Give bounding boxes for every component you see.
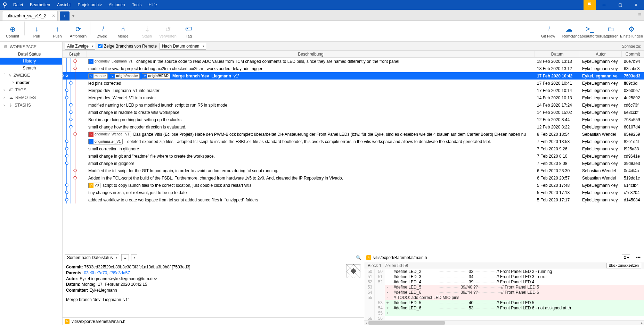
diff-line[interactable]: 55- // TODO: add correct LED MIO pins <box>364 295 644 300</box>
pull-button[interactable]: ↓Pull <box>26 22 47 41</box>
branch-icon: ⑂ <box>89 74 93 78</box>
discard-button[interactable]: ↺Verwerfen <box>157 22 178 41</box>
diff-line[interactable]: 53+ #define LED_5 ······················… <box>364 300 644 306</box>
col-commit[interactable]: Commit <box>622 51 644 57</box>
hamburger-icon[interactable]: ≡ <box>638 12 641 18</box>
commit-row[interactable]: modified the vivado project to debug axi… <box>63 65 644 72</box>
commit-row[interactable]: ⑂master⑂origin/master⑂origin/HEADMerge b… <box>63 72 644 80</box>
diff-line[interactable]: 54- #define LED_6 ···················39/… <box>364 290 644 295</box>
parent-link-1[interactable]: 03e0be7a70 <box>84 270 107 275</box>
gitflow-button[interactable]: ⑂Git Flow <box>538 22 559 41</box>
terminal-button[interactable]: >_Eingabeaufforderung <box>579 22 600 41</box>
search-icon[interactable]: 🔍 <box>356 255 361 260</box>
branch-filter-combo[interactable]: Alle Zweige <box>65 43 95 50</box>
menu-hilfe[interactable]: Hilfe <box>145 0 161 10</box>
commit-row[interactable]: Merged dev_Liegmann_v1 into master17 Feb… <box>63 87 644 94</box>
view-mode-button[interactable]: ≡ <box>121 254 129 261</box>
col-author[interactable]: Autor <box>580 51 622 57</box>
sidebar-workspace-header[interactable]: 🖥WORKSPACE <box>0 43 62 51</box>
menu-bearbeiten[interactable]: Bearbeiten <box>26 0 54 10</box>
commit-grid[interactable]: ⑂origin/dev_Liegmann_v1changes in the so… <box>63 58 644 253</box>
fetch-button[interactable]: ⟳Anfordern <box>68 22 89 41</box>
commit-row[interactable]: small change in readme to create vitis w… <box>63 109 644 116</box>
scroll-left-arrow[interactable]: ◂ <box>364 320 368 325</box>
commit-row[interactable]: 🏷V0script to copy launch files to the co… <box>63 182 644 189</box>
scroll-thumb[interactable] <box>368 321 445 325</box>
commit-row[interactable]: led pins corrected17 Feb 2020 10:41EykeL… <box>63 80 644 87</box>
tab-close-icon[interactable]: ✕ <box>52 14 55 18</box>
sidebar-remotes-header[interactable]: ›☁REMOTES <box>0 94 62 101</box>
diff-horizontal-scrollbar[interactable]: ◂ ▸ <box>364 320 644 325</box>
flag-button[interactable] <box>584 0 596 10</box>
diff-line[interactable]: 54+ #define LED_6 ······················… <box>364 306 644 311</box>
menu-aktionen[interactable]: Aktionen <box>105 0 129 10</box>
commit-row[interactable]: tiny changes in xsa, not relevant, just … <box>63 189 644 196</box>
close-button[interactable]: ✕ <box>628 0 644 10</box>
ref-badge[interactable]: ⑂origin/master_V1 <box>88 139 123 144</box>
menu-datei[interactable]: Datei <box>10 0 26 10</box>
stash-button[interactable]: ⇣Stash <box>137 22 157 41</box>
ref-badge[interactable]: ⑂origin/dev_Wendel_V1 <box>88 132 131 137</box>
push-button[interactable]: ↑Push <box>47 22 68 41</box>
new-tab-button[interactable]: ＋ <box>60 11 70 20</box>
commit-row[interactable]: ⑂origin/dev_Liegmann_v1changes in the so… <box>63 58 644 65</box>
ref-badge[interactable]: 🏷V0 <box>88 183 100 188</box>
tab-dropdown[interactable]: ▾ <box>70 11 76 20</box>
commit-row[interactable]: Boot image doing nothing but setting up … <box>63 116 644 123</box>
sort-combo[interactable]: Sortiert nach Dateistatus <box>65 254 119 261</box>
scroll-right-arrow[interactable]: ▸ <box>640 320 644 325</box>
settings-button[interactable]: ⚙Einstellungen <box>621 22 642 41</box>
view-options[interactable] <box>131 254 137 261</box>
sidebar-item-search[interactable]: Search <box>0 65 62 72</box>
show-remote-checkbox[interactable]: Zeige Branches von Remote <box>98 44 157 49</box>
commit-row[interactable]: Merged dev_Wendel_V1 into master14 Feb 2… <box>63 94 644 101</box>
sidebar-stashes-header[interactable]: ›⇣STASHS <box>0 101 62 109</box>
branch-button[interactable]: ⑂Zweig <box>92 22 113 41</box>
commit-row[interactable]: ⑂origin/dev_Wendel_V1Das ganze Vitis (Ec… <box>63 131 644 138</box>
commit-row[interactable]: Modified the tcl-script for the GIT Impo… <box>63 167 644 174</box>
col-date[interactable]: Datum <box>535 51 580 57</box>
ref-badge[interactable]: ⑂origin/dev_Liegmann_v1 <box>88 59 134 64</box>
tag-button[interactable]: 🏷Tag <box>178 22 199 41</box>
diff-line[interactable]: 55+ <box>364 311 644 316</box>
merge-button[interactable]: ⑃Merge <box>113 22 133 41</box>
repo-tab[interactable]: ultrazohm_sw_v19_2 ✕ <box>2 11 58 20</box>
changed-file-row[interactable]: ✎ vitis/export/Baremetal/main.h <box>63 317 364 325</box>
commit-row[interactable]: ⑂origin/master_V1- deleted exported zip … <box>63 138 644 145</box>
commit-row[interactable]: modified naming for LED pins modified la… <box>63 101 644 109</box>
col-description[interactable]: Beschreibung <box>87 51 535 57</box>
diff-line[interactable]: 5050 #define LED_2 ·····················… <box>364 269 644 274</box>
branch-master[interactable]: ⭘master <box>0 79 62 86</box>
sidebar-branches-header[interactable]: ˅⑂ZWEIGE <box>0 72 62 79</box>
commit-row[interactable]: small change in gitignore7 Feb 2020 8:08… <box>63 160 644 167</box>
diff-line[interactable]: 5252 #define LED_4 ·····················… <box>364 280 644 285</box>
diff-settings-button[interactable]: ⚙▾ <box>622 254 630 261</box>
minimize-button[interactable]: ─ <box>596 0 612 10</box>
parent-link-2[interactable]: ff89c3da57 <box>109 270 130 275</box>
commit-row[interactable]: small correction in gitignore7 Feb 2020 … <box>63 145 644 152</box>
sidebar-item-datei-status[interactable]: Datei Status <box>0 51 62 58</box>
commit-row[interactable]: Added in the TCL-script the build of the… <box>63 174 644 182</box>
commit-row[interactable]: small change in git and "readme" file wh… <box>63 152 644 160</box>
diff-line[interactable]: 5656 <box>364 316 644 320</box>
sidebar-item-history[interactable]: History <box>0 58 62 65</box>
menu-ansicht[interactable]: Ansicht <box>54 0 74 10</box>
ref-badge[interactable]: ⑂origin/master <box>110 73 140 79</box>
ref-badge[interactable]: ⑂master <box>88 73 108 79</box>
diff-line[interactable]: 53- #define LED_5 ···················39/… <box>364 285 644 290</box>
reset-hunk-button[interactable]: Block zurücksetzen <box>606 263 641 268</box>
menu-projektarchiv[interactable]: Projektarchiv <box>74 0 105 10</box>
menu-tools[interactable]: Tools <box>128 0 145 10</box>
commit-row[interactable]: small change how the encoder direction i… <box>63 123 644 131</box>
commit-row[interactable]: addded workflow to create workspace from… <box>63 196 644 203</box>
maximize-button[interactable]: ▢ <box>612 0 628 10</box>
diff-more-button[interactable]: ••• <box>636 255 641 260</box>
commit-button[interactable]: ⊕Commit <box>2 22 23 41</box>
explorer-button[interactable]: 🗀Explorer <box>600 22 621 41</box>
diff-line[interactable]: 5151 #define LED_3 ·····················… <box>364 274 644 280</box>
sidebar-tags-header[interactable]: ›🏷TAGS <box>0 86 62 94</box>
ref-badge[interactable]: ⑂origin/HEAD <box>142 73 170 79</box>
order-combo[interactable]: Nach Datum ordnen <box>160 43 206 50</box>
col-graph[interactable]: Graph <box>63 51 87 57</box>
diff-body[interactable]: 5050 #define LED_2 ·····················… <box>364 269 644 320</box>
